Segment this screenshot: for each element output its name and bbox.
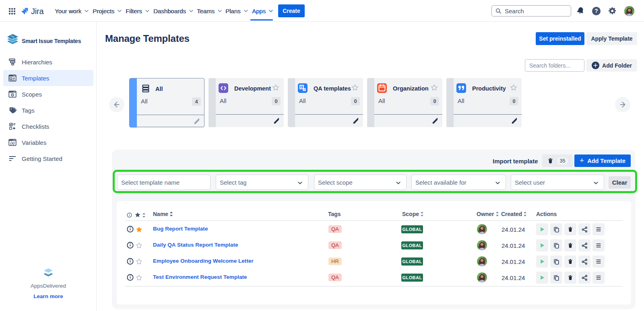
svg-text:?: ? — [594, 8, 598, 14]
svg-text:(x): (x) — [10, 141, 15, 145]
